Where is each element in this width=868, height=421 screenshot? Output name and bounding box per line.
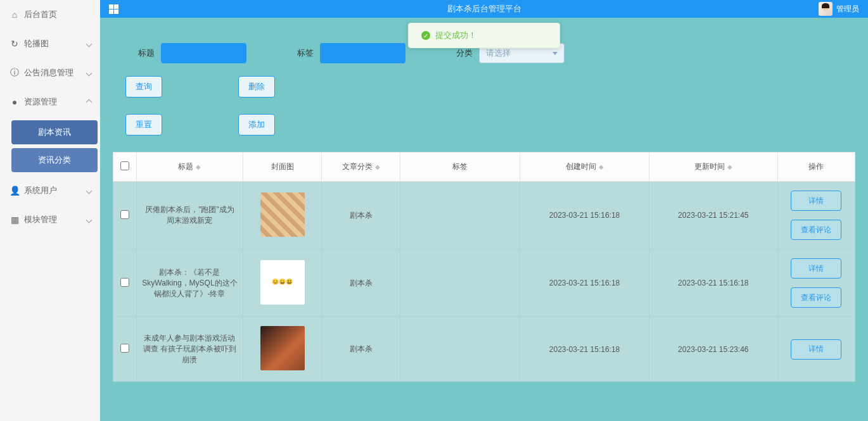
detail-button[interactable]: 详情 bbox=[791, 339, 841, 360]
sidebar-item-notice[interactable]: ⓘ 公告消息管理 bbox=[0, 58, 100, 87]
query-button[interactable]: 查询 bbox=[125, 76, 162, 97]
th-title[interactable]: 标题 bbox=[136, 153, 243, 182]
cell-update-time: 2023-03-21 15:16:18 bbox=[649, 249, 777, 317]
cell-create-time: 2023-03-21 15:16:18 bbox=[520, 317, 649, 382]
header-user[interactable]: 管理员 bbox=[819, 2, 859, 16]
filter-category-label: 分类 bbox=[456, 47, 473, 59]
sidebar-item-label: 模块管理 bbox=[24, 214, 57, 225]
grid-menu-icon[interactable] bbox=[109, 4, 118, 14]
view-comment-button[interactable]: 查看评论 bbox=[791, 287, 841, 308]
sidebar-item-label: 轮播图 bbox=[24, 38, 49, 49]
cell-category: 剧本杀 bbox=[322, 249, 400, 317]
toast-text: 提交成功！ bbox=[435, 30, 476, 41]
user-icon: 👤 bbox=[10, 185, 19, 196]
detail-button[interactable]: 详情 bbox=[791, 258, 841, 279]
cell-category: 剧本杀 bbox=[322, 317, 400, 382]
th-create-time[interactable]: 创建时间 bbox=[520, 153, 649, 182]
cell-category: 剧本杀 bbox=[322, 182, 400, 249]
top-header: 剧本杀后台管理平台 管理员 bbox=[100, 0, 868, 18]
th-actions: 操作 bbox=[777, 153, 855, 182]
sidebar: ⌂ 后台首页 ↻ 轮播图 ⓘ 公告消息管理 ● 资源管理 剧本资讯 资讯分类 👤… bbox=[0, 0, 100, 421]
cell-tag bbox=[400, 249, 520, 317]
sidebar-item-carousel[interactable]: ↻ 轮播图 bbox=[0, 29, 100, 58]
home-icon: ⌂ bbox=[10, 9, 19, 20]
cell-title: 厌倦剧本杀后，"跑团"成为周末游戏新宠 bbox=[136, 182, 243, 249]
select-placeholder: 请选择 bbox=[486, 47, 511, 59]
filter-title-input[interactable] bbox=[161, 43, 246, 63]
content: ✓ 提交成功！ 标题 标签 分类 请选择 bbox=[100, 18, 868, 421]
sidebar-sub-info-category[interactable]: 资讯分类 bbox=[11, 148, 98, 172]
cell-tag bbox=[400, 317, 520, 382]
cell-create-time: 2023-03-21 15:16:18 bbox=[520, 182, 649, 249]
success-toast: ✓ 提交成功！ bbox=[408, 23, 560, 48]
table-row: 剧本杀：《若不是SkyWalking，MySQL的这个锅都没人背了》-终章 剧本… bbox=[113, 249, 855, 317]
action-buttons: 查询 删除 重置 添加 bbox=[113, 76, 855, 135]
data-table: 标题 封面图 文章分类 标签 创建时间 更新时间 操作 厌倦剧本杀后，"跑团" bbox=[113, 152, 855, 382]
carousel-icon: ↻ bbox=[10, 39, 19, 49]
sidebar-item-label: 资源管理 bbox=[24, 96, 57, 108]
filter-tag-input[interactable] bbox=[320, 43, 405, 63]
sidebar-item-label: 后台首页 bbox=[24, 9, 57, 20]
sidebar-item-label: 公告消息管理 bbox=[24, 67, 73, 79]
select-all-checkbox[interactable] bbox=[120, 161, 129, 170]
sidebar-item-label: 系统用户 bbox=[24, 185, 57, 196]
cover-thumbnail bbox=[260, 260, 305, 305]
main-area: 剧本杀后台管理平台 管理员 ✓ 提交成功！ 标题 标签 bbox=[100, 0, 868, 421]
avatar bbox=[819, 2, 833, 16]
view-comment-button[interactable]: 查看评论 bbox=[791, 220, 841, 240]
table-body: 厌倦剧本杀后，"跑团"成为周末游戏新宠 剧本杀 2023-03-21 15:16… bbox=[113, 182, 855, 382]
cover-thumbnail bbox=[260, 192, 305, 237]
cover-thumbnail bbox=[260, 326, 305, 370]
filter-title-label: 标题 bbox=[138, 47, 155, 59]
add-button[interactable]: 添加 bbox=[238, 114, 275, 135]
row-checkbox[interactable] bbox=[120, 344, 129, 353]
sidebar-item-modules[interactable]: ▦ 模块管理 bbox=[0, 205, 100, 234]
info-icon: ⓘ bbox=[10, 67, 19, 79]
row-checkbox[interactable] bbox=[120, 278, 129, 287]
sidebar-item-users[interactable]: 👤 系统用户 bbox=[0, 176, 100, 205]
check-icon: ✓ bbox=[421, 31, 430, 40]
module-icon: ▦ bbox=[10, 215, 19, 225]
cell-create-time: 2023-03-21 15:16:18 bbox=[520, 249, 649, 317]
filter-tag-group: 标签 bbox=[297, 43, 405, 63]
filter-tag-label: 标签 bbox=[297, 47, 314, 59]
user-label: 管理员 bbox=[836, 4, 859, 15]
table-row: 厌倦剧本杀后，"跑团"成为周末游戏新宠 剧本杀 2023-03-21 15:16… bbox=[113, 182, 855, 249]
filter-title-group: 标题 bbox=[138, 43, 246, 63]
sidebar-item-resource[interactable]: ● 资源管理 bbox=[0, 87, 100, 116]
sidebar-sub-script-info[interactable]: 剧本资讯 bbox=[11, 120, 98, 144]
data-table-wrap: 标题 封面图 文章分类 标签 创建时间 更新时间 操作 厌倦剧本杀后，"跑团" bbox=[113, 152, 855, 382]
cell-tag bbox=[400, 182, 520, 249]
th-tag: 标签 bbox=[400, 153, 520, 182]
cell-update-time: 2023-03-21 15:23:46 bbox=[649, 317, 777, 382]
header-title: 剧本杀后台管理平台 bbox=[447, 3, 521, 15]
sidebar-item-home[interactable]: ⌂ 后台首页 bbox=[0, 0, 100, 29]
sidebar-submenu: 剧本资讯 资讯分类 bbox=[0, 116, 100, 176]
cell-update-time: 2023-03-21 15:21:45 bbox=[649, 182, 777, 249]
detail-button[interactable]: 详情 bbox=[791, 191, 841, 211]
th-category[interactable]: 文章分类 bbox=[322, 153, 400, 182]
th-cover: 封面图 bbox=[243, 153, 322, 182]
delete-button[interactable]: 删除 bbox=[238, 76, 275, 97]
row-checkbox[interactable] bbox=[120, 210, 129, 219]
cell-title: 剧本杀：《若不是SkyWalking，MySQL的这个锅都没人背了》-终章 bbox=[136, 249, 243, 317]
th-update-time[interactable]: 更新时间 bbox=[649, 153, 777, 182]
cell-title: 未成年人参与剧本游戏活动调查 有孩子玩剧本杀被吓到崩溃 bbox=[136, 317, 243, 382]
reset-button[interactable]: 重置 bbox=[125, 114, 162, 135]
bulb-icon: ● bbox=[10, 97, 19, 107]
table-row: 未成年人参与剧本游戏活动调查 有孩子玩剧本杀被吓到崩溃 剧本杀 2023-03-… bbox=[113, 317, 855, 382]
